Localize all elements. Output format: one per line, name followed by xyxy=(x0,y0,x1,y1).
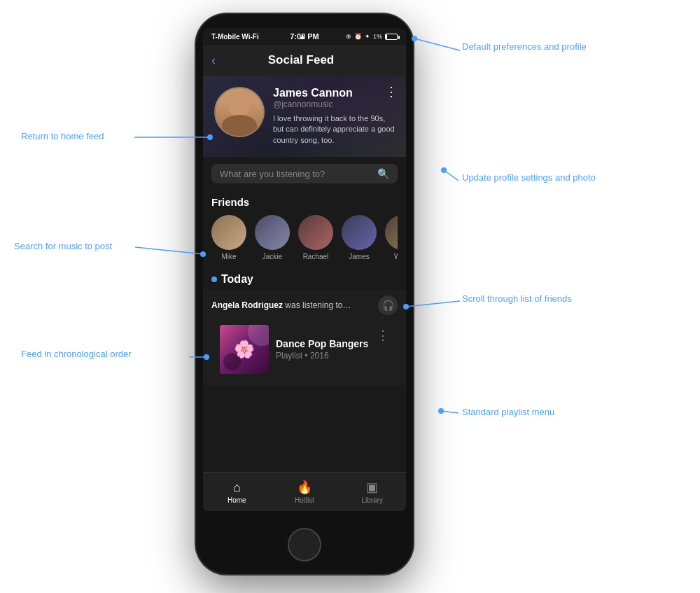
avatar-image xyxy=(216,88,263,136)
phone-shell: T-Mobile Wi-Fi ▲ 7:08 PM ⊕ ⏰ ✦ 1% ‹ Soci… xyxy=(196,14,413,574)
friend-avatar-jackie xyxy=(255,215,290,250)
status-bar: T-Mobile Wi-Fi ▲ 7:08 PM ⊕ ⏰ ✦ 1% xyxy=(203,28,406,45)
friends-title: Friends xyxy=(211,196,398,208)
activity-item: Angela Rodriguez was listening to… 🎧 🌸 xyxy=(203,290,406,384)
friend-item[interactable]: Rachael xyxy=(298,215,333,260)
friend-item[interactable]: Mike xyxy=(211,215,246,260)
headphone-icon: 🎧 xyxy=(378,295,398,315)
svg-point-13 xyxy=(438,408,444,414)
library-tab-icon: ▣ xyxy=(366,480,378,495)
annotation-scroll-friends: Scroll through list of friends xyxy=(462,293,572,305)
back-button[interactable]: ‹ xyxy=(211,53,216,68)
friends-scroll[interactable]: Mike Jackie Rachael James Willie xyxy=(211,215,398,260)
home-button[interactable] xyxy=(288,528,321,561)
friend-name-rachael: Rachael xyxy=(303,253,329,260)
friend-item[interactable]: James xyxy=(342,215,377,260)
carrier-text: T-Mobile Wi-Fi xyxy=(211,33,259,41)
activity-header: Angela Rodriguez was listening to… 🎧 xyxy=(211,295,398,315)
battery-percent: 1% xyxy=(373,33,382,40)
playlist-info: Dance Pop Bangers Playlist • 2016 xyxy=(276,338,389,361)
svg-point-5 xyxy=(441,167,447,173)
phone-screen: T-Mobile Wi-Fi ▲ 7:08 PM ⊕ ⏰ ✦ 1% ‹ Soci… xyxy=(203,28,406,511)
friend-name-james: James xyxy=(349,253,369,260)
home-tab-icon: ⌂ xyxy=(233,480,241,495)
activity-user: Angela Rodriguez xyxy=(211,300,283,310)
playlist-card: 🌸 Dance Pop Bangers Playlist • 2016 ⋮ xyxy=(211,321,398,378)
search-placeholder: What are you listening to? xyxy=(220,169,372,179)
profile-bio: I love throwing it back to the 90s, but … xyxy=(273,113,395,146)
feed-header: Today xyxy=(203,266,406,290)
friend-item[interactable]: Jackie xyxy=(255,215,290,260)
profile-banner: James Cannon @jcannonmusic I love throwi… xyxy=(203,76,406,157)
time-display: 7:08 PM xyxy=(290,32,319,41)
playlist-art-inner: 🌸 xyxy=(220,325,269,374)
friend-avatar-rachael xyxy=(298,215,333,250)
annotation-update-profile: Update profile settings and photo xyxy=(462,172,596,184)
friend-avatar-mike xyxy=(211,215,246,250)
home-tab-label: Home xyxy=(227,496,246,504)
friend-name-willie: Willie xyxy=(394,253,398,260)
feed-today-label: Today xyxy=(221,273,253,286)
feed-indicator-dot xyxy=(211,277,217,282)
friends-section: Friends Mike Jackie Rachael James xyxy=(203,190,406,266)
search-bar[interactable]: What are you listening to? 🔍 xyxy=(211,164,398,183)
playlist-meta: Playlist • 2016 xyxy=(276,351,389,361)
annotation-playlist-menu: Standard playlist menu xyxy=(462,406,554,419)
art-decoration-2 xyxy=(223,353,241,370)
friend-name-mike: Mike xyxy=(221,253,236,260)
annotation-feed-chronological: Feed in chronological order xyxy=(21,348,132,361)
friend-item[interactable]: Willie xyxy=(385,215,398,260)
tab-home[interactable]: ⌂ Home xyxy=(203,473,271,511)
playlist-artwork: 🌸 xyxy=(220,325,269,374)
annotation-default-preferences: Default preferences and profile xyxy=(462,41,587,53)
tab-hotlist[interactable]: 🔥 Hotlist xyxy=(271,473,339,511)
friend-avatar-willie xyxy=(385,215,398,250)
profile-name: James Cannon xyxy=(273,87,395,99)
nav-bar: ‹ Social Feed xyxy=(203,45,406,76)
search-icon: 🔍 xyxy=(377,168,389,179)
hotlist-tab-icon: 🔥 xyxy=(297,480,312,495)
activity-action: was listening to… xyxy=(283,300,351,310)
library-tab-label: Library xyxy=(361,496,383,504)
svg-line-0 xyxy=(414,39,460,50)
friend-avatar-james xyxy=(342,215,377,250)
page-title: Social Feed xyxy=(221,53,381,67)
alarm-icon: ⏰ xyxy=(354,33,362,40)
avatar xyxy=(214,87,265,137)
playlist-title: Dance Pop Bangers xyxy=(276,338,389,349)
bluetooth-icon: ✦ xyxy=(365,33,370,40)
playlist-menu-button[interactable]: ⋮ xyxy=(377,328,389,343)
annotation-search-music: Search for music to post xyxy=(14,240,112,253)
profile-info: James Cannon @jcannonmusic I love throwi… xyxy=(273,87,395,146)
annotation-return-home: Return to home feed xyxy=(21,130,104,143)
profile-handle: @jcannonmusic xyxy=(273,99,395,109)
location-icon: ⊕ xyxy=(346,33,351,40)
friend-name-jackie: Jackie xyxy=(262,253,282,260)
svg-line-8 xyxy=(406,301,460,307)
profile-menu-button[interactable]: ⋮ xyxy=(385,84,398,99)
tab-bar: ⌂ Home 🔥 Hotlist ▣ Library xyxy=(203,472,406,511)
hotlist-tab-label: Hotlist xyxy=(295,496,314,504)
svg-line-4 xyxy=(444,170,458,181)
search-section: What are you listening to? 🔍 xyxy=(203,157,406,190)
svg-line-12 xyxy=(441,411,458,413)
svg-line-6 xyxy=(135,247,203,254)
battery-icon xyxy=(385,34,398,40)
tab-library[interactable]: ▣ Library xyxy=(338,473,406,511)
activity-text: Angela Rodriguez was listening to… xyxy=(211,300,351,310)
